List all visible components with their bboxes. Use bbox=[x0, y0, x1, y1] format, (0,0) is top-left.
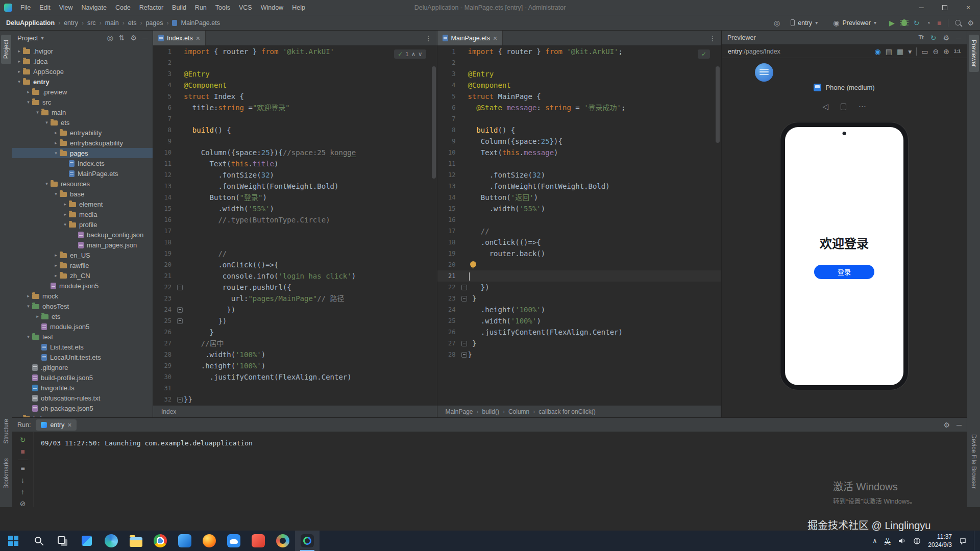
code-line-20[interactable]: 20 bbox=[437, 259, 721, 270]
tree-item-obfuscation-rules-txt[interactable]: obfuscation-rules.txt bbox=[12, 393, 153, 403]
editor-breadcrumb-mainpage[interactable]: MainPage bbox=[446, 408, 473, 415]
actual-size-icon[interactable]: 1:1 bbox=[954, 49, 961, 54]
task-view-taskbar-button[interactable] bbox=[50, 531, 75, 551]
code-text[interactable]: @Entry bbox=[184, 68, 210, 80]
code-line-30[interactable]: 30 .justifyContent(FlexAlign.Center) bbox=[153, 371, 437, 383]
tree-item-main[interactable]: ▾main bbox=[12, 107, 153, 117]
code-text[interactable] bbox=[468, 270, 470, 282]
tree-expand-icon[interactable]: ▸ bbox=[24, 293, 32, 298]
code-text[interactable]: title:string ="欢迎登录" bbox=[184, 102, 290, 113]
code-line-32[interactable]: 32}} bbox=[153, 394, 437, 405]
code-text[interactable]: .fontWeight(FontWeight.Bold) bbox=[184, 181, 338, 192]
code-text[interactable]: import { router } from '@kit.ArkUI'; bbox=[468, 46, 623, 57]
volume-icon[interactable] bbox=[898, 537, 906, 545]
component-layers-icon[interactable]: ▤ bbox=[886, 48, 892, 55]
back-icon[interactable]: ◁ bbox=[822, 102, 828, 111]
code-text[interactable]: import { router } from '@kit.ArkUI' bbox=[184, 46, 334, 57]
project-panel-title[interactable]: Project bbox=[17, 34, 38, 42]
code-text[interactable]: @State message: string = '登录成功'; bbox=[468, 102, 626, 113]
intention-bulb-icon[interactable] bbox=[470, 261, 476, 267]
code-line-23[interactable]: 23 } bbox=[437, 293, 721, 304]
code-editor[interactable]: 1import { router } from '@kit.ArkUI'23@E… bbox=[153, 46, 437, 405]
stop-button[interactable]: ■ bbox=[937, 19, 941, 27]
menu-vcs[interactable]: VCS bbox=[235, 3, 256, 13]
tree-collapse-icon[interactable]: ▾ bbox=[52, 151, 60, 156]
code-line-3[interactable]: 3@Entry bbox=[153, 68, 437, 80]
wps-taskbar-button[interactable] bbox=[246, 531, 271, 551]
multi-device-grid-icon[interactable]: ▦ bbox=[897, 48, 903, 55]
breadcrumb-deluapplication[interactable]: DeluApplication bbox=[6, 19, 55, 27]
tree-item-backup-config-json[interactable]: backup_config.json bbox=[12, 230, 153, 240]
debug-button[interactable] bbox=[901, 19, 907, 26]
tree-item-main-pages-json[interactable]: main_pages.json bbox=[12, 240, 153, 250]
deveco-taskbar-button[interactable] bbox=[295, 531, 320, 551]
tree-expand-icon[interactable]: ▸ bbox=[61, 212, 69, 217]
code-line-15[interactable]: 15 .width('55%') bbox=[437, 203, 721, 214]
code-line-25[interactable]: 25 }) bbox=[153, 315, 437, 327]
tree-collapse-icon[interactable]: ▾ bbox=[34, 110, 41, 115]
code-text[interactable]: .width('55%') bbox=[468, 203, 546, 214]
tree-collapse-icon[interactable]: ▾ bbox=[15, 79, 23, 84]
tree-item-profile[interactable]: ▾profile bbox=[12, 219, 153, 230]
code-text[interactable]: Text(this.title) bbox=[184, 158, 278, 169]
hide-project-panel-button[interactable]: ─ bbox=[142, 34, 148, 41]
code-line-26[interactable]: 26 .justifyContent(FlexAlign.Center) bbox=[437, 327, 721, 338]
code-text[interactable]: Button("登录") bbox=[184, 192, 267, 203]
code-line-9[interactable]: 9 Column({space:25}){ bbox=[437, 136, 721, 147]
code-text[interactable]: @Component bbox=[184, 80, 227, 91]
tool-window-project-button[interactable]: Project bbox=[1, 35, 11, 64]
tree-item-module-json5[interactable]: module.json5 bbox=[12, 281, 153, 291]
code-line-11[interactable]: 11 Text(this.title) bbox=[153, 158, 437, 169]
tree-expand-icon[interactable]: ▸ bbox=[52, 263, 60, 268]
device-selector[interactable]: Phone (medium) bbox=[722, 84, 967, 91]
locate-file-button[interactable]: ◎ bbox=[107, 34, 113, 41]
fold-marker-icon[interactable] bbox=[176, 394, 184, 405]
menu-navigate[interactable]: Navigate bbox=[78, 3, 111, 13]
tree-item-rawfile[interactable]: ▸rawfile bbox=[12, 260, 153, 270]
tree-item-appscope[interactable]: ▸AppScope bbox=[12, 66, 153, 77]
code-line-6[interactable]: 6 title:string ="欢迎登录" bbox=[153, 102, 437, 113]
tree-item-idea[interactable]: ▸.idea bbox=[12, 56, 153, 66]
tree-expand-icon[interactable]: ▸ bbox=[52, 253, 60, 258]
tree-item-ohostest[interactable]: ▾ohosTest bbox=[12, 301, 153, 311]
code-line-5[interactable]: 5struct MainPage { bbox=[437, 91, 721, 102]
tree-expand-icon[interactable]: ▸ bbox=[52, 140, 60, 145]
code-line-31[interactable]: 31 bbox=[153, 383, 437, 394]
fold-marker-icon[interactable] bbox=[460, 293, 468, 304]
breadcrumb-src[interactable]: src bbox=[87, 19, 96, 27]
ide-settings-button[interactable]: ⚙ bbox=[967, 19, 974, 27]
zoom-in-icon[interactable]: ⊕ bbox=[943, 48, 949, 55]
code-line-17[interactable]: 17 bbox=[153, 226, 437, 237]
fold-marker-icon[interactable] bbox=[460, 349, 468, 360]
code-text[interactable]: build() { bbox=[184, 124, 231, 136]
code-text[interactable]: struct Index { bbox=[184, 91, 244, 102]
tree-expand-icon[interactable]: ▸ bbox=[24, 89, 32, 94]
code-line-6[interactable]: 6 @State message: string = '登录成功'; bbox=[437, 102, 721, 113]
grid-dropdown-icon[interactable]: ▾ bbox=[908, 48, 912, 55]
tree-expand-icon[interactable]: ▸ bbox=[34, 314, 41, 319]
breadcrumb-entry[interactable]: entry bbox=[64, 19, 78, 27]
tree-item-index-ets[interactable]: Index.ets bbox=[12, 158, 153, 168]
tree-collapse-icon[interactable]: ▾ bbox=[61, 222, 69, 227]
code-editor[interactable]: 1import { router } from '@kit.ArkUI';23@… bbox=[437, 46, 721, 405]
prev-problem-icon[interactable]: ∧ bbox=[411, 51, 415, 58]
tree-item-src[interactable]: ▾src bbox=[12, 97, 153, 107]
code-line-21[interactable]: 21 bbox=[437, 270, 721, 282]
minimize-button[interactable]: ─ bbox=[910, 0, 933, 15]
code-line-10[interactable]: 10 Column({space:25}){//space:25 kongge bbox=[153, 147, 437, 158]
menu-refactor[interactable]: Refactor bbox=[135, 3, 167, 13]
code-text[interactable]: //居中 bbox=[184, 338, 224, 349]
code-line-19[interactable]: 19 // bbox=[153, 248, 437, 259]
code-line-7[interactable]: 7 bbox=[437, 113, 721, 124]
tree-item-hvigor[interactable]: ▸hvigor bbox=[12, 413, 153, 417]
code-line-11[interactable]: 11 bbox=[437, 158, 721, 169]
fold-marker-icon[interactable] bbox=[176, 315, 184, 327]
tool-window-structure-button[interactable]: Structure bbox=[1, 414, 11, 449]
code-line-22[interactable]: 22 }) bbox=[437, 282, 721, 293]
close-tab-icon[interactable]: × bbox=[196, 34, 200, 42]
tree-item-hvigor[interactable]: ▸.hvigor bbox=[12, 46, 153, 56]
previewer-refresh-button[interactable]: ↻ bbox=[930, 34, 937, 41]
code-text[interactable]: .onClick(()=>{ bbox=[468, 237, 541, 248]
code-text[interactable]: .justifyContent(FlexAlign.Center) bbox=[468, 327, 623, 338]
code-text[interactable]: @Component bbox=[468, 80, 511, 91]
